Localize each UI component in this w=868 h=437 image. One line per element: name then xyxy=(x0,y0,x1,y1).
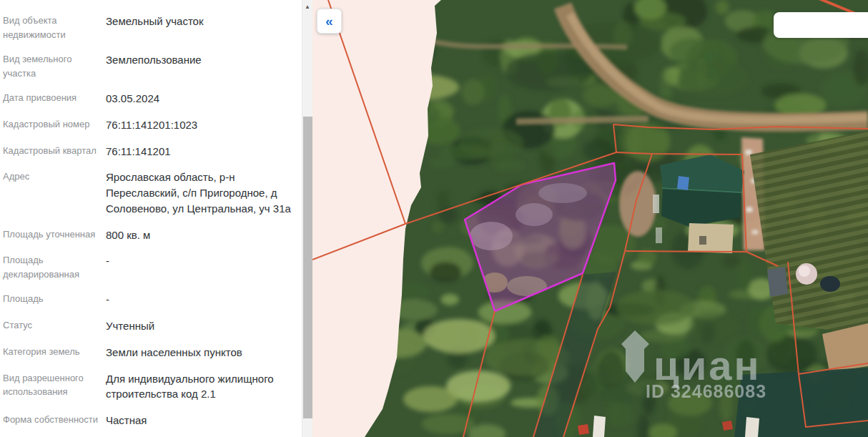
collapse-panel-button[interactable]: « xyxy=(317,9,342,34)
field-label: Вид разрешенного использования xyxy=(3,371,102,403)
field-value: 03.05.2024 xyxy=(106,91,295,107)
scrollbar-thumb[interactable] xyxy=(303,117,312,418)
field-label: Вид земельного участка xyxy=(3,52,102,80)
field-value: Учтенный xyxy=(106,318,295,334)
info-row: Площадь уточненная800 кв. м xyxy=(3,227,295,243)
field-label: Форма собственности xyxy=(3,413,102,428)
map-canvas[interactable]: циан ID 324686083 « xyxy=(312,0,868,437)
field-value: Для индивидуального жилищного строительс… xyxy=(106,371,295,403)
field-label: Площадь декларированная xyxy=(3,253,102,281)
field-value: Земельный участок xyxy=(106,14,295,41)
info-row: Вид объекта недвижимостиЗемельный участо… xyxy=(3,14,295,41)
field-label: Кадастровый номер xyxy=(3,117,102,133)
field-label: Площадь xyxy=(3,292,102,308)
field-label: Вид объекта недвижимости xyxy=(3,14,102,41)
field-value: Землепользование xyxy=(106,52,295,80)
info-row: Вид разрешенного использованияДля индиви… xyxy=(3,371,295,403)
field-label: Площадь уточненная xyxy=(3,227,102,243)
info-row: Форма собственностиЧастная xyxy=(3,413,295,428)
scroll-up-icon[interactable]: ▲ xyxy=(302,4,312,11)
search-box[interactable] xyxy=(774,12,868,38)
field-value: Частная xyxy=(106,413,295,428)
object-info-panel: Вид объекта недвижимостиЗемельный участо… xyxy=(0,0,302,437)
info-row: Дата присвоения03.05.2024 xyxy=(3,91,295,107)
satellite-map: циан ID 324686083 xyxy=(312,0,868,437)
field-value: 76:11:141201:1023 xyxy=(106,117,295,133)
info-row: Категория земельЗемли населенных пунктов xyxy=(3,345,295,360)
field-value: Земли населенных пунктов xyxy=(106,345,295,360)
field-value: Ярославская область, р-н Переславский, с… xyxy=(106,170,295,216)
info-row: Вид земельного участкаЗемлепользование xyxy=(3,52,295,80)
field-label: Кадастровый квартал xyxy=(3,144,102,159)
field-value: - xyxy=(106,253,295,281)
panel-scrollbar[interactable]: ▲ xyxy=(302,0,312,437)
chevron-double-left-icon: « xyxy=(325,14,333,29)
info-row: СтатусУчтенный xyxy=(3,318,295,334)
info-row: Площадь декларированная- xyxy=(3,253,295,281)
field-label: Статус xyxy=(3,318,102,334)
field-value: 76:11:141201 xyxy=(106,144,295,159)
field-label: Дата присвоения xyxy=(3,91,102,107)
info-row: АдресЯрославская область, р-н Переславск… xyxy=(3,170,295,216)
field-value: - xyxy=(106,292,295,308)
field-label: Адрес xyxy=(3,170,102,216)
field-value: 800 кв. м xyxy=(106,227,295,243)
info-row: Кадастровый квартал76:11:141201 xyxy=(3,144,295,159)
cadastral-map-app: Вид объекта недвижимостиЗемельный участо… xyxy=(0,0,868,437)
info-row: Кадастровый номер76:11:141201:1023 xyxy=(3,117,295,133)
watermark-id: ID 324686083 xyxy=(646,381,766,401)
info-row: Площадь- xyxy=(3,292,295,308)
field-label: Категория земель xyxy=(3,345,102,360)
